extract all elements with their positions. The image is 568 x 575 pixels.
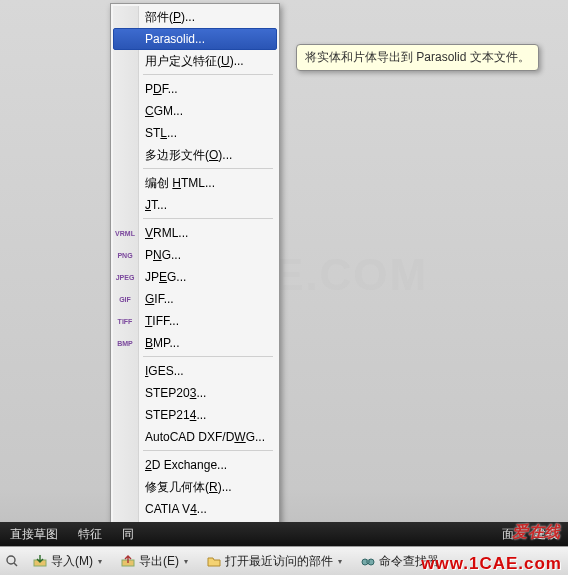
- menu-item-vrml[interactable]: VRML VRML...: [113, 222, 277, 244]
- tiff-icon: TIFF: [116, 313, 134, 329]
- menu-item-polygon-file[interactable]: 多边形文件(O)...: [113, 144, 277, 166]
- svg-point-0: [7, 556, 15, 564]
- menu-label: TIFF...: [145, 314, 179, 328]
- import-label: 导入(M): [51, 553, 93, 570]
- menu-label: 修复几何体(R)...: [145, 480, 232, 494]
- menu-item-jpeg[interactable]: JPEG JPEG...: [113, 266, 277, 288]
- left-strip: [0, 0, 110, 520]
- menu-item-tiff[interactable]: TIFF TIFF...: [113, 310, 277, 332]
- menu-item-png[interactable]: PNG PNG...: [113, 244, 277, 266]
- watermark-url: www.1CAE.com: [421, 554, 562, 574]
- import-icon: [32, 553, 48, 569]
- bmp-icon: BMP: [116, 335, 134, 351]
- menu-label: PNG...: [145, 248, 181, 262]
- menu-item-bmp[interactable]: BMP BMP...: [113, 332, 277, 354]
- svg-rect-6: [366, 560, 370, 563]
- menu-item-part[interactable]: 部件(P)...: [113, 6, 277, 28]
- chevron-down-icon: ▾: [338, 557, 342, 566]
- export-label: 导出(E): [139, 553, 179, 570]
- chevron-down-icon: ▾: [184, 557, 188, 566]
- png-icon: PNG: [116, 247, 134, 263]
- menu-item-iges[interactable]: IGES...: [113, 360, 277, 382]
- menu-item-author-html[interactable]: 编创 HTML...: [113, 172, 277, 194]
- menu-item-user-defined-feature[interactable]: 用户定义特征(U)...: [113, 50, 277, 72]
- jpeg-icon: JPEG: [116, 269, 134, 285]
- menu-label: JT...: [145, 198, 167, 212]
- tooltip-parasolid-export: 将实体和片体导出到 Parasolid 文本文件。: [296, 44, 539, 71]
- menu-item-heal-geometry[interactable]: 修复几何体(R)...: [113, 476, 277, 498]
- menu-label: 部件(P)...: [145, 10, 195, 24]
- menu-label: 多边形文件(O)...: [145, 148, 232, 162]
- menu-item-gif[interactable]: GIF GIF...: [113, 288, 277, 310]
- menu-label: CGM...: [145, 104, 183, 118]
- menu-label: VRML...: [145, 226, 188, 240]
- menu-item-cgm[interactable]: CGM...: [113, 100, 277, 122]
- menu-label: STEP203...: [145, 386, 206, 400]
- gif-icon: GIF: [116, 291, 134, 307]
- menu-item-step214[interactable]: STEP214...: [113, 404, 277, 426]
- menu-label: GIF...: [145, 292, 174, 306]
- menu-label: CATIA V4...: [145, 502, 207, 516]
- menu-label: STEP214...: [145, 408, 206, 422]
- svg-line-1: [14, 563, 17, 566]
- menu-label: STL...: [145, 126, 177, 140]
- menu-item-pdf[interactable]: PDF...: [113, 78, 277, 100]
- tb-feature[interactable]: 特征: [72, 524, 108, 545]
- menu-item-catia-v4[interactable]: CATIA V4...: [113, 498, 277, 520]
- search-icon[interactable]: [4, 553, 20, 569]
- import-button[interactable]: 导入(M) ▾: [26, 551, 108, 572]
- vrml-icon: VRML: [116, 225, 134, 241]
- chevron-down-icon: ▾: [98, 557, 102, 566]
- menu-label: BMP...: [145, 336, 179, 350]
- menu-label: 2D Exchange...: [145, 458, 227, 472]
- tb-direct-sketch[interactable]: 直接草图: [4, 524, 64, 545]
- folder-open-icon: [206, 553, 222, 569]
- menu-item-autocad-dxf-dwg[interactable]: AutoCAD DXF/DWG...: [113, 426, 277, 448]
- menu-label: AutoCAD DXF/DWG...: [145, 430, 265, 444]
- export-button[interactable]: 导出(E) ▾: [114, 551, 194, 572]
- recent-parts-button[interactable]: 打开最近访问的部件 ▾: [200, 551, 348, 572]
- export-icon: [120, 553, 136, 569]
- menu-label: Parasolid...: [145, 32, 205, 46]
- menu-label: 编创 HTML...: [145, 176, 215, 190]
- menu-label: IGES...: [145, 364, 184, 378]
- menu-label: JPEG...: [145, 270, 186, 284]
- export-context-menu: 部件(P)... Parasolid... 用户定义特征(U)... PDF..…: [110, 3, 280, 545]
- binoculars-icon: [360, 553, 376, 569]
- menu-label: PDF...: [145, 82, 178, 96]
- menu-item-parasolid[interactable]: Parasolid...: [113, 28, 277, 50]
- menu-item-jt[interactable]: JT...: [113, 194, 277, 216]
- menu-item-2d-exchange[interactable]: 2D Exchange...: [113, 454, 277, 476]
- menu-item-stl[interactable]: STL...: [113, 122, 277, 144]
- menu-item-step203[interactable]: STEP203...: [113, 382, 277, 404]
- tb-sync[interactable]: 同: [116, 524, 140, 545]
- recent-parts-label: 打开最近访问的部件: [225, 553, 333, 570]
- watermark-logo-text: 爱在线: [512, 522, 560, 543]
- menu-label: 用户定义特征(U)...: [145, 54, 244, 68]
- command-toolbar-dark: 直接草图 特征 同 面 建模: [0, 522, 568, 546]
